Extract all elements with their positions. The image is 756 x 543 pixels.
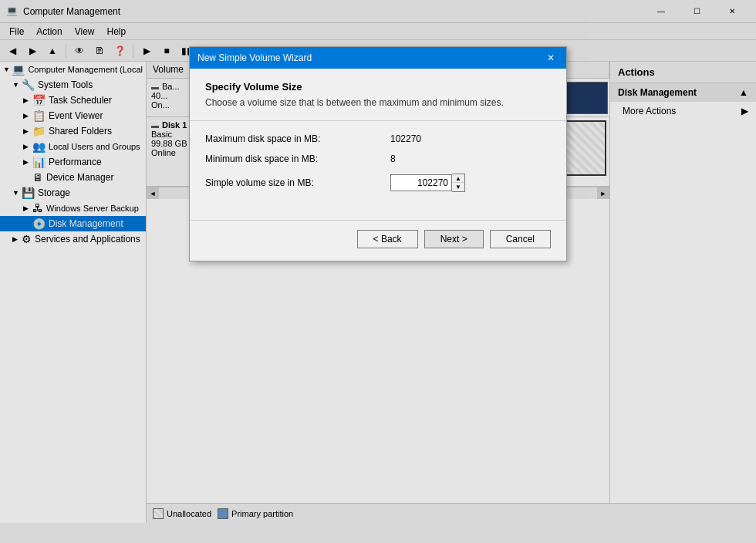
modal-title: New Simple Volume Wizard	[197, 52, 312, 63]
back-button[interactable]: < Back	[357, 230, 418, 248]
max-disk-field: Maximum disk space in MB: 102270	[205, 133, 551, 144]
volume-size-spinner[interactable]: ▲ ▼	[390, 174, 465, 192]
volume-size-field: Simple volume size in MB: ▲ ▼	[205, 174, 551, 192]
modal-separator	[190, 120, 566, 121]
cancel-button[interactable]: Cancel	[490, 230, 551, 248]
max-disk-label: Maximum disk space in MB:	[205, 133, 390, 144]
spinner-buttons: ▲ ▼	[452, 174, 465, 192]
spin-down-button[interactable]: ▼	[452, 183, 464, 191]
modal-close-button[interactable]: ✕	[543, 50, 559, 66]
modal-heading: Specify Volume Size	[205, 81, 551, 93]
modal-titlebar: New Simple Volume Wizard ✕	[190, 47, 566, 69]
modal-description: Choose a volume size that is between the…	[205, 97, 551, 108]
volume-size-input[interactable]	[390, 174, 452, 191]
max-disk-value: 102270	[390, 133, 421, 144]
modal-overlay: New Simple Volume Wizard ✕ Specify Volum…	[0, 0, 756, 543]
modal-footer: < Back Next > Cancel	[190, 220, 566, 261]
new-simple-volume-wizard: New Simple Volume Wizard ✕ Specify Volum…	[189, 46, 567, 261]
spin-up-button[interactable]: ▲	[452, 174, 464, 183]
min-disk-field: Minimum disk space in MB: 8	[205, 153, 551, 164]
min-disk-label: Minimum disk space in MB:	[205, 153, 390, 164]
volume-size-label: Simple volume size in MB:	[205, 177, 390, 188]
modal-body: Specify Volume Size Choose a volume size…	[190, 69, 566, 214]
min-disk-value: 8	[390, 153, 396, 164]
next-button[interactable]: Next >	[424, 230, 484, 248]
